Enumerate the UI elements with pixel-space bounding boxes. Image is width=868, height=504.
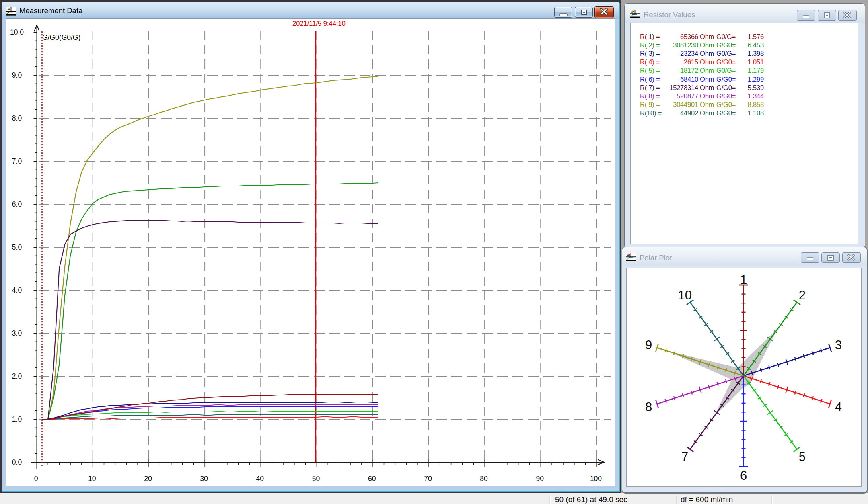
svg-text:8: 8 [645,400,652,414]
svg-text:70: 70 [424,475,432,483]
svg-text:80: 80 [480,475,488,483]
svg-text:30: 30 [200,475,208,483]
svg-text:3.0: 3.0 [12,329,22,337]
svg-text:50: 50 [312,475,320,483]
svg-text:6: 6 [740,469,747,483]
svg-text:2: 2 [799,288,806,302]
svg-text:1.0: 1.0 [12,415,22,423]
svg-text:10.0: 10.0 [10,28,24,36]
svg-text:3: 3 [835,338,842,352]
svg-text:7: 7 [681,450,688,464]
svg-text:100: 100 [590,475,602,483]
svg-text:0.0: 0.0 [12,458,22,466]
svg-text:5.0: 5.0 [12,243,22,251]
svg-text:1: 1 [740,272,747,287]
svg-text:2021/11/5 9:44:10: 2021/11/5 9:44:10 [292,20,346,27]
svg-text:9.0: 9.0 [12,71,22,79]
svg-text:2.0: 2.0 [12,372,22,380]
svg-text:40: 40 [256,475,264,483]
svg-text:G/G0(G0/G): G/G0(G0/G) [42,33,80,41]
svg-text:6.0: 6.0 [12,200,22,208]
svg-text:10: 10 [88,475,96,483]
svg-text:9: 9 [645,338,652,352]
svg-text:90: 90 [536,475,544,483]
svg-text:0: 0 [34,475,38,483]
svg-text:10: 10 [678,288,691,302]
svg-text:7.0: 7.0 [12,157,22,165]
svg-text:60: 60 [368,475,376,483]
svg-text:5: 5 [799,450,806,464]
svg-text:4.0: 4.0 [12,286,22,294]
svg-text:20: 20 [144,475,152,483]
svg-text:8.0: 8.0 [12,114,22,122]
svg-text:4: 4 [835,400,842,414]
